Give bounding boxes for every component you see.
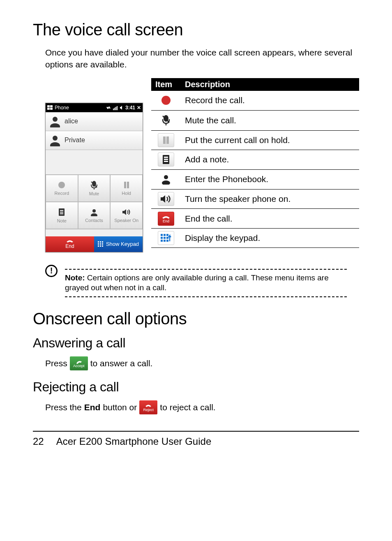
svg-rect-5 [114,108,115,110]
desc-cell: Add a note. [181,150,359,169]
show-keypad-button: Show Keypad [94,236,143,252]
note-button: Note [46,202,78,229]
svg-rect-30 [100,245,101,247]
svg-rect-50 [164,240,166,242]
svg-rect-27 [100,243,101,245]
svg-rect-47 [164,237,166,239]
alert-icon: ! [45,265,58,277]
contact-name: Private [65,136,85,144]
hold-button: Hold [110,175,143,202]
svg-rect-45 [166,234,168,236]
intro-paragraph: Once you have dialed your number the voi… [45,46,359,71]
keypad-icon [98,241,104,247]
svg-rect-1 [50,105,53,107]
svg-point-32 [161,96,171,105]
svg-rect-0 [47,105,50,107]
speaker-icon [122,208,131,216]
end-button: End [46,236,94,252]
svg-rect-31 [102,245,103,247]
svg-rect-19 [60,212,63,213]
svg-point-22 [91,213,97,216]
desc-cell: Put the current call on hold. [181,130,359,150]
speaker-button: Speaker On [110,202,143,229]
svg-rect-48 [166,237,168,239]
contact-row: alice [46,112,143,131]
section-heading: Onscreen call options [33,310,359,328]
end-word: End [84,402,101,412]
svg-rect-46 [161,237,163,239]
svg-rect-43 [161,234,163,236]
table-row: Mute the call. [151,110,359,130]
answer-instruction: Press Accept to answer a call. [45,356,359,370]
person-icon [49,134,61,146]
hangup-icon [66,239,74,243]
close-icon: ✕ [137,105,141,111]
mute-icon [90,180,98,190]
status-bar: Phone 3:41 ✕ [46,103,143,112]
table-header-item: Item [151,78,181,91]
desc-cell: End the call. [181,208,359,229]
reject-instruction: Press the End button or Reject to reject… [45,400,359,414]
desc-cell: Record the call. [181,91,359,111]
svg-rect-15 [124,182,126,188]
table-row: Turn the speaker phone on. [151,189,359,208]
desc-cell: Mute the call. [181,110,359,130]
phone-screenshot: Phone 3:41 ✕ alice Private Record [45,103,143,252]
reject-button-icon: Reject [139,400,157,414]
table-header-desc: Description [181,78,359,91]
footer-title: Acer E200 Smartphone User Guide [56,436,212,447]
person-icon [90,208,98,216]
svg-rect-6 [115,107,116,110]
note-box: ! Note: Certain options are only availab… [45,269,347,297]
table-row: Put the current call on hold. [151,130,359,150]
subsection-heading: Answering a call [33,335,359,351]
svg-rect-28 [102,243,103,245]
svg-rect-35 [163,136,166,144]
description-table: Item Description Record the call. Mute t… [151,78,359,248]
desc-cell: Enter the Phonebook. [181,169,359,189]
record-icon [158,93,174,107]
svg-rect-44 [164,234,166,236]
svg-rect-2 [47,108,50,110]
svg-rect-18 [60,210,63,211]
pause-icon [122,181,131,189]
note-label: Note: [65,273,85,282]
svg-rect-3 [50,108,53,110]
mute-icon [158,113,174,127]
svg-rect-7 [117,106,118,110]
table-row: Enter the Phonebook. [151,169,359,189]
table-row: End End the call. [151,208,359,229]
svg-rect-36 [166,136,169,144]
accept-button-icon: Accept [70,356,88,370]
svg-rect-38 [164,157,168,158]
page-footer: 22 Acer E200 Smartphone User Guide [33,431,359,447]
contact-row: Private [46,131,143,150]
pause-icon [158,133,174,147]
windows-icon [47,105,53,110]
end-icon: End [158,212,174,226]
svg-point-12 [58,182,65,188]
record-button: Record [46,175,78,202]
svg-point-21 [92,209,96,213]
svg-rect-39 [164,159,168,160]
svg-rect-49 [161,240,163,242]
svg-rect-20 [60,213,63,214]
svg-point-10 [53,136,58,141]
desc-cell: Display the keypad. [181,229,359,248]
desc-cell: Turn the speaker phone on. [181,189,359,208]
volume-icon [120,105,124,110]
table-row: Display the keypad. [151,229,359,248]
contacts-button: Contacts [78,202,111,229]
speaker-icon [158,192,174,206]
svg-rect-24 [100,241,101,243]
svg-rect-40 [164,161,168,162]
note-text: Certain options are only available durin… [65,273,329,292]
contact-name: alice [65,118,78,125]
note-icon [58,208,66,217]
keypad-icon [158,231,174,245]
svg-rect-4 [113,109,114,110]
table-row: Add a note. [151,150,359,169]
svg-point-11 [50,142,60,146]
signal-icon [113,105,118,110]
svg-rect-25 [102,241,103,243]
